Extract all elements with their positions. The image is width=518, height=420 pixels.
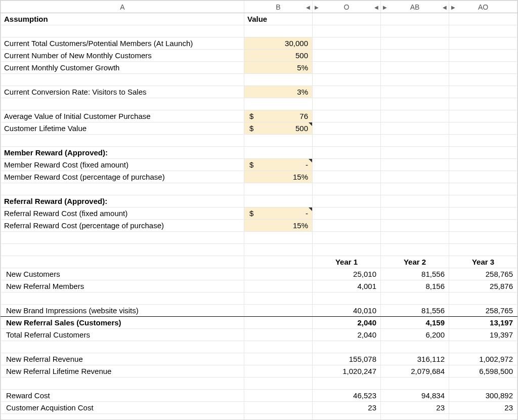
value[interactable]: 13,197 <box>449 317 517 329</box>
value[interactable]: 5% <box>244 62 313 74</box>
cell[interactable] <box>1 341 244 353</box>
row[interactable]: New Referral Revenue 155,078 316,112 1,0… <box>1 353 517 365</box>
value[interactable]: 6,598,500 <box>449 365 517 377</box>
row-empty[interactable] <box>1 135 517 147</box>
cell[interactable] <box>244 147 313 159</box>
cell[interactable] <box>449 159 517 171</box>
row-empty[interactable] <box>1 292 517 305</box>
value[interactable]: 300,892 <box>449 390 517 402</box>
cell[interactable] <box>449 147 517 159</box>
label[interactable]: Customer Acquistion Cost <box>1 402 244 414</box>
cell[interactable] <box>313 232 381 244</box>
row-empty[interactable] <box>1 232 517 244</box>
cell[interactable] <box>449 74 517 86</box>
cell[interactable] <box>313 183 381 195</box>
label[interactable]: New Customers <box>1 268 244 280</box>
cell[interactable] <box>244 402 313 414</box>
value[interactable]: 23 <box>313 402 381 414</box>
cell[interactable] <box>313 135 381 147</box>
comment-indicator-icon[interactable] <box>309 122 312 126</box>
cell[interactable] <box>313 159 381 171</box>
expand-right-icon[interactable]: ▶ <box>383 4 387 10</box>
row[interactable]: Member Reward Cost (percentage of purcha… <box>1 171 517 183</box>
cell[interactable] <box>381 244 449 256</box>
label[interactable]: Current Number of New Monthly Customers <box>1 50 244 62</box>
label[interactable]: New Referral Lifetime Revenue <box>1 365 244 377</box>
value[interactable]: 500 <box>244 50 313 62</box>
row-empty[interactable] <box>1 377 517 390</box>
value[interactable]: 23 <box>381 402 449 414</box>
cell[interactable] <box>244 292 313 305</box>
value[interactable]: $ 76 <box>244 110 313 122</box>
row[interactable]: New Referral Sales (Customers) 2,040 4,1… <box>1 317 517 329</box>
cell[interactable] <box>381 98 449 110</box>
cell[interactable] <box>244 390 313 402</box>
value[interactable]: 15% <box>244 171 313 183</box>
value-header[interactable]: Value <box>244 13 313 25</box>
cell[interactable] <box>313 195 381 207</box>
cell[interactable] <box>381 377 449 390</box>
cell[interactable] <box>381 220 449 232</box>
cell[interactable] <box>313 110 381 122</box>
label[interactable]: Current Monthly Customer Growth <box>1 62 244 74</box>
cell[interactable] <box>244 341 313 353</box>
row[interactable]: Referral Reward (Approved): <box>1 195 517 207</box>
value[interactable]: 4,001 <box>313 280 381 292</box>
cell[interactable] <box>244 135 313 147</box>
row-empty[interactable] <box>1 341 517 353</box>
value[interactable]: 15% <box>244 220 313 232</box>
cell[interactable] <box>244 365 313 377</box>
cell[interactable] <box>449 292 517 305</box>
value[interactable]: 81,556 <box>381 268 449 280</box>
value[interactable]: 23 <box>449 402 517 414</box>
year1-header[interactable]: Year 1 <box>313 256 381 268</box>
cell[interactable] <box>244 268 313 280</box>
section-header[interactable]: Referral Reward (Approved): <box>1 195 244 207</box>
cell[interactable] <box>1 183 244 195</box>
value[interactable]: 46,523 <box>313 390 381 402</box>
cell[interactable] <box>1 414 244 421</box>
cell[interactable] <box>381 50 449 62</box>
cell[interactable] <box>381 341 449 353</box>
row-year-headers[interactable]: Year 1 Year 2 Year 3 <box>1 256 517 268</box>
cell[interactable] <box>381 207 449 220</box>
cell[interactable] <box>381 414 449 421</box>
cell[interactable] <box>244 377 313 390</box>
label[interactable]: Current Conversion Rate: Visitors to Sal… <box>1 86 244 98</box>
value[interactable]: $ 500 <box>244 122 313 135</box>
cell[interactable] <box>244 183 313 195</box>
row-empty[interactable] <box>1 74 517 86</box>
label[interactable]: New Referral Members <box>1 280 244 292</box>
cell[interactable] <box>313 98 381 110</box>
comment-indicator-icon[interactable] <box>309 159 312 162</box>
cell[interactable] <box>381 122 449 135</box>
value[interactable]: 2,040 <box>313 329 381 341</box>
cell[interactable] <box>244 305 313 317</box>
row[interactable]: Reward Cost 46,523 94,834 300,892 <box>1 390 517 402</box>
cell[interactable] <box>244 232 313 244</box>
row[interactable]: Referral Reward Cost (fixed amount) $ - <box>1 207 517 220</box>
row[interactable]: Member Reward Cost (fixed amount) $ - <box>1 159 517 171</box>
row[interactable]: Referral Reward Cost (percentage of purc… <box>1 220 517 232</box>
cell[interactable] <box>381 110 449 122</box>
cell[interactable] <box>313 147 381 159</box>
grid[interactable]: A B ◀ ▶ O ◀ ▶ AB ◀ ▶ AO Assumption <box>1 1 517 420</box>
cell[interactable] <box>313 13 381 25</box>
label[interactable]: Total Referral Customers <box>1 329 244 341</box>
row[interactable]: Customer Lifetime Value $ 500 <box>1 122 517 135</box>
row-headers[interactable]: Assumption Value <box>1 13 517 25</box>
label[interactable]: Average Value of Initial Customer Purcha… <box>1 110 244 122</box>
cell[interactable] <box>381 135 449 147</box>
col-header-o[interactable]: ▶ O ◀ <box>313 1 381 13</box>
cell[interactable] <box>381 37 449 50</box>
cell[interactable] <box>313 377 381 390</box>
value[interactable]: 3% <box>244 86 313 98</box>
cell[interactable] <box>449 377 517 390</box>
cell[interactable] <box>449 86 517 98</box>
value[interactable]: 1,002,972 <box>449 353 517 365</box>
value[interactable]: 30,000 <box>244 37 313 50</box>
expand-right-icon[interactable]: ▶ <box>451 4 455 10</box>
cell[interactable] <box>381 159 449 171</box>
row[interactable]: New Brand Impressions (website visits) 4… <box>1 305 517 317</box>
cell[interactable] <box>1 232 244 244</box>
